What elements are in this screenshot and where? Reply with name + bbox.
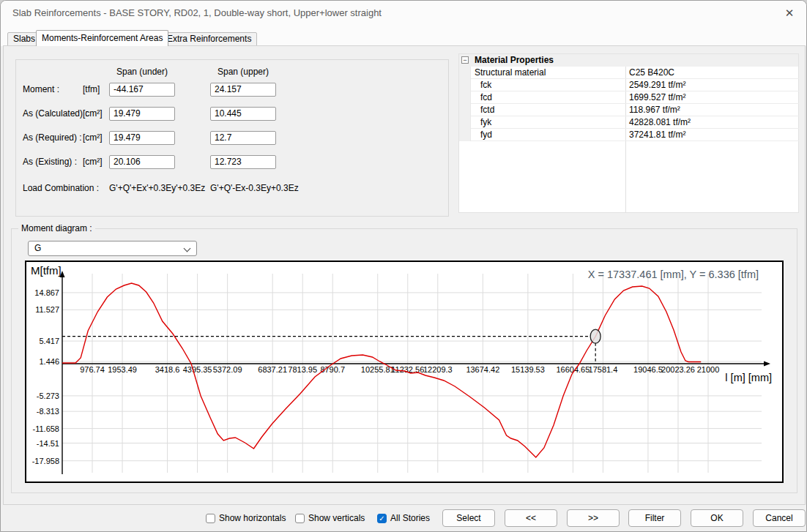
chevron-down-icon bbox=[184, 245, 191, 252]
svg-text:15139.53: 15139.53 bbox=[511, 365, 545, 374]
prop-name: fck bbox=[480, 80, 491, 90]
material-properties-header: − Material Properties bbox=[459, 54, 798, 67]
svg-text:-8.313: -8.313 bbox=[37, 407, 59, 416]
as-required-upper-field[interactable]: 12.7 bbox=[210, 131, 276, 145]
svg-text:1.446: 1.446 bbox=[39, 357, 59, 366]
moment-diagram-plot[interactable]: 976.741953.493418.64395.355372.096837.21… bbox=[26, 262, 782, 482]
tab-moments-reinforcement-areas[interactable]: Moments-Reinforcement Areas bbox=[36, 30, 168, 46]
prop-value: 118.967 tf/m² bbox=[629, 105, 680, 115]
svg-text:17581.4: 17581.4 bbox=[589, 365, 618, 374]
svg-text:12209.3: 12209.3 bbox=[423, 365, 453, 374]
material-properties-title: Material Properties bbox=[475, 55, 554, 65]
svg-text:4395.35: 4395.35 bbox=[183, 365, 212, 374]
chart-y-axis-title: M[tfm] bbox=[31, 264, 62, 277]
moment-diagram-legend: Moment diagram : bbox=[18, 223, 95, 233]
chart-tick-labels: 976.741953.493418.64395.355372.096837.21… bbox=[32, 288, 720, 465]
previous-button[interactable]: << bbox=[505, 509, 557, 527]
svg-text:19046.5: 19046.5 bbox=[633, 365, 663, 374]
as-calculated-under-field[interactable]: 19.479 bbox=[109, 107, 175, 121]
svg-text:21000: 21000 bbox=[697, 365, 720, 374]
table-row[interactable]: fcd 1699.527 tf/m² bbox=[471, 91, 799, 104]
crosshair-marker bbox=[590, 329, 600, 343]
load-case-selected-value: G bbox=[34, 243, 41, 253]
cursor-coordinates-annotation: X = 17337.461 [mm], Y = 6.336 [tfm] bbox=[588, 269, 759, 280]
propgrid-indent-column bbox=[459, 67, 471, 141]
select-button[interactable]: Select bbox=[442, 509, 495, 527]
title-bar[interactable]: Slab Reinforcements - BASE STORY, RD02, … bbox=[1, 1, 806, 25]
svg-text:3418.6: 3418.6 bbox=[155, 365, 180, 374]
svg-text:13674.42: 13674.42 bbox=[466, 365, 499, 374]
collapse-icon[interactable]: − bbox=[461, 56, 469, 64]
prop-name: fcd bbox=[480, 92, 492, 102]
slab-reinforcements-dialog: Slab Reinforcements - BASE STORY, RD02, … bbox=[0, 0, 807, 532]
table-row[interactable]: fctd 118.967 tf/m² bbox=[471, 104, 799, 116]
prop-value: 37241.81 tf/m² bbox=[629, 130, 685, 140]
ok-button[interactable]: OK bbox=[691, 509, 743, 527]
as-calculated-unit: [cm²] bbox=[83, 108, 103, 119]
prop-name: fyd bbox=[480, 130, 492, 140]
as-calculated-upper-field[interactable]: 10.445 bbox=[210, 107, 276, 121]
svg-text:976.74: 976.74 bbox=[80, 365, 105, 374]
table-row[interactable]: Structural material C25 B420C bbox=[471, 67, 799, 79]
material-properties-grid: − Material Properties Structural materia… bbox=[458, 53, 799, 213]
as-required-under-field[interactable]: 19.479 bbox=[109, 131, 175, 145]
prop-name: fctd bbox=[480, 105, 494, 115]
as-existing-unit: [cm²] bbox=[83, 157, 103, 167]
svg-text:-11.658: -11.658 bbox=[33, 424, 60, 433]
filter-button[interactable]: Filter bbox=[628, 509, 681, 527]
prop-value: 2549.291 tf/m² bbox=[629, 80, 685, 90]
svg-text:7813.95: 7813.95 bbox=[288, 365, 317, 374]
close-icon[interactable]: ✕ bbox=[781, 5, 797, 21]
chart-x-axis-title: l [m] [mm] bbox=[725, 372, 772, 383]
show-verticals-label: Show verticals bbox=[308, 513, 365, 523]
svg-text:1953.49: 1953.49 bbox=[108, 365, 137, 374]
prop-name: fyk bbox=[480, 117, 491, 127]
next-button[interactable]: >> bbox=[567, 509, 620, 527]
as-required-unit: [cm²] bbox=[83, 132, 103, 143]
as-existing-label: As (Existing) : bbox=[23, 157, 77, 167]
col-header-span-upper: Span (upper) bbox=[210, 67, 276, 77]
svg-text:14.867: 14.867 bbox=[34, 288, 59, 297]
svg-text:-17.958: -17.958 bbox=[32, 457, 59, 465]
show-horizontals-label: Show horizontals bbox=[219, 513, 286, 523]
show-horizontals-checkbox[interactable] bbox=[206, 514, 215, 523]
as-existing-under-field[interactable]: 20.106 bbox=[109, 155, 175, 169]
moment-unit: [tfm] bbox=[83, 84, 100, 94]
window-title: Slab Reinforcements - BASE STORY, RD02, … bbox=[12, 1, 382, 25]
prop-value: 42828.081 tf/m² bbox=[629, 117, 691, 127]
prop-value: C25 B420C bbox=[629, 67, 674, 78]
load-case-dropdown[interactable]: G bbox=[28, 241, 197, 256]
moment-diagram-chart[interactable]: 976.741953.493418.64395.355372.096837.21… bbox=[25, 261, 784, 483]
as-required-label: As (Required) : bbox=[23, 132, 82, 143]
table-row[interactable]: fyd 37241.81 tf/m² bbox=[471, 129, 799, 141]
as-existing-upper-field[interactable]: 12.723 bbox=[210, 155, 276, 169]
moment-upper-field[interactable]: 24.157 bbox=[210, 83, 276, 97]
svg-text:6837.21: 6837.21 bbox=[258, 365, 287, 374]
prop-name: Structural material bbox=[475, 67, 546, 78]
all-stories-label: All Stories bbox=[390, 513, 430, 523]
all-stories-checkbox[interactable]: ✓ bbox=[377, 514, 387, 523]
svg-text:5.417: 5.417 bbox=[39, 337, 59, 345]
col-header-span-under: Span (under) bbox=[109, 67, 175, 77]
tab-extra-reinforcements[interactable]: Extra Reinforcements bbox=[161, 32, 257, 46]
table-row[interactable]: fyk 42828.081 tf/m² bbox=[471, 116, 799, 129]
as-calculated-label: As (Calculated) : bbox=[23, 108, 88, 119]
show-verticals-checkbox[interactable] bbox=[295, 514, 305, 523]
load-combination-label: Load Combination : bbox=[23, 183, 99, 193]
load-combination-under: G'+Q'+Ex'+0.3Ey'+0.3Ez bbox=[109, 183, 205, 193]
load-combination-upper: G'+Q'-Ex-0.3Ey+0.3Ez bbox=[210, 183, 299, 193]
crosshair bbox=[62, 329, 600, 364]
moment-under-field[interactable]: -44.167 bbox=[109, 83, 175, 97]
moment-label: Moment : bbox=[23, 84, 59, 94]
svg-text:-14.51: -14.51 bbox=[37, 439, 59, 448]
prop-value: 1699.527 tf/m² bbox=[629, 92, 685, 102]
svg-text:11.527: 11.527 bbox=[35, 305, 59, 314]
svg-text:20023.26: 20023.26 bbox=[661, 365, 695, 374]
cancel-button[interactable]: Cancel bbox=[753, 509, 806, 527]
table-row[interactable]: fck 2549.291 tf/m² bbox=[471, 79, 799, 91]
svg-text:5372.09: 5372.09 bbox=[213, 365, 242, 374]
svg-text:-5.273: -5.273 bbox=[37, 391, 59, 400]
